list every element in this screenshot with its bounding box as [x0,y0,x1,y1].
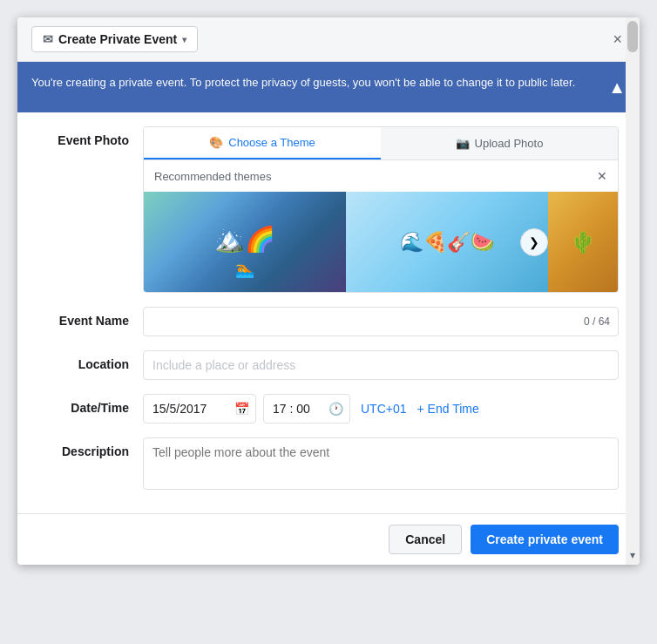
event-photo-row: Event Photo 🎨 Choose a Theme 📷 Upload Ph… [38,126,619,293]
scroll-down-arrow[interactable]: ▾ [630,549,635,565]
close-button[interactable]: × [609,28,626,51]
scroll-thumb[interactable] [627,21,638,52]
event-name-row: Event Name 0 / 64 [38,307,619,336]
tab-upload-photo[interactable]: 📷 Upload Photo [381,127,618,159]
timezone-button[interactable]: UTC+01 [357,402,410,416]
datetime-row: Date/Time 📅 🕐 UTC+01 + End Time [38,394,619,424]
description-control [143,437,619,492]
themes-next-button[interactable]: ❯ [520,228,548,256]
themes-images: ❯ [144,192,618,292]
photo-tabs: 🎨 Choose a Theme 📷 Upload Photo [144,127,618,160]
palette-icon: 🎨 [209,136,223,149]
recommended-themes-panel: Recommended themes ✕ ❯ [144,160,618,292]
modal-title-pill[interactable]: ✉ Create Private Event ▾ [31,26,198,52]
datetime-control: 📅 🕐 UTC+01 + End Time [143,394,619,424]
location-input[interactable] [143,350,619,380]
camera-icon: 📷 [456,137,470,150]
create-event-button[interactable]: Create private event [471,525,619,554]
location-label: Location [38,350,143,371]
modal-title-area: ✉ Create Private Event ▾ [31,26,198,52]
photo-box: 🎨 Choose a Theme 📷 Upload Photo Recommen… [143,126,619,293]
scrollbar[interactable]: ▾ [626,17,640,565]
date-input[interactable] [143,394,256,424]
chevron-right-icon: ❯ [529,235,539,249]
datetime-inputs: 📅 🕐 UTC+01 + End Time [143,394,619,424]
theme-image-2[interactable] [346,192,548,292]
tab-choose-theme[interactable]: 🎨 Choose a Theme [144,127,381,159]
description-label: Description [38,437,143,458]
time-input[interactable] [263,394,350,424]
themes-header: Recommended themes ✕ [144,160,618,192]
end-time-button[interactable]: + End Time [417,402,479,416]
form-body: Event Photo 🎨 Choose a Theme 📷 Upload Ph… [17,112,640,513]
event-photo-label: Event Photo [38,126,143,147]
modal-title: Create Private Event [58,32,177,46]
location-control [143,350,619,380]
photo-control-area: 🎨 Choose a Theme 📷 Upload Photo Recommen… [143,126,619,293]
modal-footer: Cancel Create private event [17,513,640,565]
themes-close-button[interactable]: ✕ [597,169,607,183]
envelope-icon: ✉ [43,32,53,46]
info-banner: You're creating a private event. To prot… [17,62,640,112]
modal-header: ✉ Create Private Event ▾ × [17,17,640,62]
event-name-control: 0 / 64 [143,307,619,336]
char-count: 0 / 64 [584,315,610,328]
time-input-wrap: 🕐 [263,394,350,424]
location-row: Location [38,350,619,380]
date-input-wrap: 📅 [143,394,256,424]
tab-theme-label: Choose a Theme [228,136,315,149]
theme-image-1[interactable] [144,192,346,292]
tab-upload-label: Upload Photo [475,137,544,150]
recommended-label: Recommended themes [154,170,271,183]
event-name-input[interactable] [143,307,619,336]
info-banner-text: You're creating a private event. To prot… [31,74,575,92]
create-event-modal: ▾ ✉ Create Private Event ▾ × You're crea… [17,17,640,565]
description-input[interactable] [143,437,619,490]
dropdown-arrow-icon: ▾ [182,35,186,44]
banner-scroll-icon[interactable]: ▲ [608,74,626,100]
event-name-label: Event Name [38,307,143,328]
datetime-label: Date/Time [38,394,143,415]
theme-image-3[interactable] [548,192,618,292]
description-row: Description [38,437,619,492]
cancel-button[interactable]: Cancel [389,525,462,554]
